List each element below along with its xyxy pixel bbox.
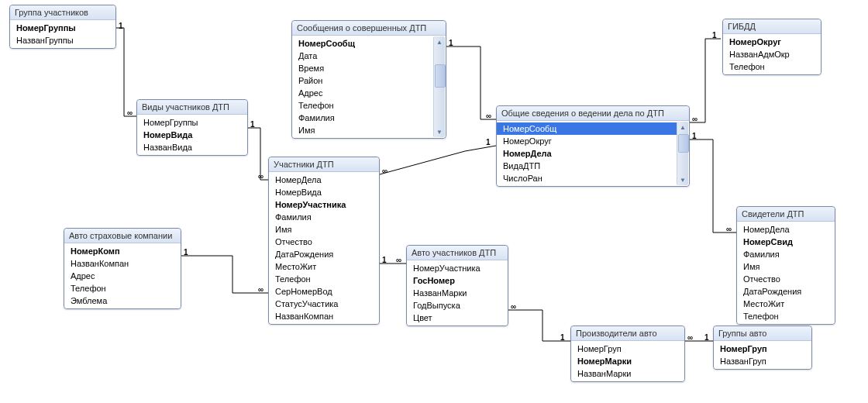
entity-obshchie-svedeniya[interactable]: Общие сведения о ведении дела по ДТП Ном…: [496, 105, 690, 187]
field[interactable]: Фамилия: [269, 211, 379, 223]
field[interactable]: Телефон: [737, 310, 835, 322]
scroll-thumb[interactable]: [435, 64, 446, 88]
cardinality-label: ∞: [510, 302, 517, 311]
cardinality-label: ∞: [395, 256, 402, 264]
field[interactable]: Адрес: [292, 87, 433, 99]
entity-svideteli[interactable]: Свидетели ДТП НомерДела НомерСвид Фамили…: [736, 206, 835, 325]
field[interactable]: Фамилия: [737, 248, 835, 260]
field[interactable]: НазванГруппы: [10, 34, 115, 46]
field[interactable]: НомерСообщ: [497, 122, 677, 135]
field[interactable]: Адрес: [64, 270, 181, 282]
cardinality-label: 1: [448, 39, 454, 47]
diagram-canvas[interactable]: 1 ∞ 1 ∞ 1 ∞ 1 ∞ ∞ 1 1 ∞ ∞ 1 ∞ 1 ∞ 1 1 ∞ …: [0, 0, 868, 403]
cardinality-label: ∞: [485, 112, 492, 120]
field[interactable]: НазванМарки: [407, 287, 508, 299]
field[interactable]: ГосНомер: [407, 274, 508, 287]
field[interactable]: НомерВида: [269, 186, 379, 198]
field[interactable]: Фамилия: [292, 112, 433, 124]
field[interactable]: Телефон: [64, 282, 181, 294]
entity-avto-uchastnikov[interactable]: Авто участников ДТП НомерУчастника ГосНо…: [406, 245, 508, 326]
field[interactable]: Телефон: [269, 273, 379, 285]
scroll-down-icon[interactable]: ▼: [434, 126, 445, 137]
field[interactable]: НазванАдмОкр: [723, 48, 821, 60]
entity-title[interactable]: Производители авто: [571, 326, 684, 341]
field[interactable]: НомерГруп: [571, 343, 684, 355]
entity-uchastniki-dtp[interactable]: Участники ДТП НомерДела НомерВида НомерУ…: [268, 157, 380, 325]
scroll-up-icon[interactable]: ▲: [677, 122, 688, 133]
field[interactable]: НазванМарки: [571, 367, 684, 380]
cardinality-label: ∞: [725, 225, 732, 233]
field[interactable]: НомерСвид: [737, 236, 835, 248]
field[interactable]: МестоЖит: [269, 260, 379, 273]
field[interactable]: Имя: [269, 223, 379, 236]
scrollbar[interactable]: ▲ ▼: [433, 36, 445, 137]
field[interactable]: МестоЖит: [737, 298, 835, 310]
field[interactable]: НомерУчастника: [269, 198, 379, 211]
entity-title[interactable]: ГИБДД: [723, 19, 821, 34]
entity-title[interactable]: Авто страховые компании: [64, 229, 181, 243]
scroll-thumb[interactable]: [678, 134, 689, 153]
field[interactable]: Дата: [292, 50, 433, 62]
field[interactable]: НазванГруп: [714, 355, 811, 367]
field[interactable]: НомерОкруг: [497, 135, 677, 147]
scrollbar[interactable]: ▲ ▼: [677, 122, 688, 185]
entity-title[interactable]: Виды участников ДТП: [137, 100, 247, 115]
entity-avto-strakhovye[interactable]: Авто страховые компании НомерКомп Назван…: [64, 228, 181, 309]
entity-soobshcheniya[interactable]: Сообщения о совершенных ДТП НомерСообщ Д…: [291, 20, 446, 139]
entity-gibdd[interactable]: ГИБДД НомерОкруг НазванАдмОкр Телефон: [722, 19, 822, 75]
entity-title[interactable]: Авто участников ДТП: [407, 246, 508, 260]
entity-title[interactable]: Группы авто: [714, 326, 811, 341]
cardinality-label: 1: [118, 22, 124, 30]
field[interactable]: НомерГруппы: [137, 116, 247, 129]
field[interactable]: НомерУчастника: [407, 262, 508, 274]
field[interactable]: Район: [292, 74, 433, 87]
entity-vidy-uchastnikov[interactable]: Виды участников ДТП НомерГруппы НомерВид…: [136, 99, 248, 156]
field[interactable]: НомерДела: [497, 147, 677, 160]
field[interactable]: НомерОкруг: [723, 36, 821, 48]
field[interactable]: Имя: [292, 124, 433, 136]
entity-title[interactable]: Сообщения о совершенных ДТП: [292, 21, 446, 36]
field[interactable]: СтатусУчастика: [269, 298, 379, 310]
field[interactable]: Эмблема: [64, 294, 181, 307]
entity-title[interactable]: Участники ДТП: [269, 157, 379, 172]
field[interactable]: НазванКомпан: [64, 257, 181, 270]
field[interactable]: ЧислоРан: [497, 172, 677, 184]
scroll-up-icon[interactable]: ▲: [434, 36, 445, 47]
cardinality-label: 1: [691, 132, 698, 140]
field[interactable]: Телефон: [723, 60, 821, 73]
field[interactable]: Отчество: [269, 236, 379, 248]
cardinality-label: 1: [485, 138, 491, 146]
entity-title[interactable]: Свидетели ДТП: [737, 207, 835, 222]
scroll-down-icon[interactable]: ▼: [677, 174, 688, 185]
field[interactable]: Телефон: [292, 99, 433, 112]
entity-gruppa-uchastnikov[interactable]: Группа участников НомерГруппы НазванГруп…: [9, 5, 116, 49]
entity-title[interactable]: Общие сведения о ведении дела по ДТП: [497, 106, 689, 121]
field[interactable]: НомерГруппы: [10, 22, 115, 34]
field[interactable]: НомерВида: [137, 129, 247, 141]
entity-proizvoditeli-avto[interactable]: Производители авто НомерГруп НомерМарки …: [570, 326, 685, 382]
field[interactable]: Отчество: [737, 273, 835, 285]
field[interactable]: НомерМарки: [571, 355, 684, 367]
cardinality-label: 1: [704, 333, 710, 342]
field[interactable]: ГодВыпуска: [407, 299, 508, 312]
field[interactable]: ДатаРождения: [737, 285, 835, 298]
cardinality-label: 1: [381, 256, 388, 264]
field[interactable]: ВидаДТП: [497, 160, 677, 172]
field[interactable]: НомерГруп: [714, 343, 811, 355]
field[interactable]: НомерДела: [737, 223, 835, 236]
entity-gruppy-avto[interactable]: Группы авто НомерГруп НазванГруп: [713, 326, 812, 370]
cardinality-label: 1: [711, 31, 718, 40]
field[interactable]: СерНомерВод: [269, 285, 379, 298]
field[interactable]: НазванВида: [137, 141, 247, 153]
field[interactable]: НомерДела: [269, 174, 379, 186]
field[interactable]: НомерКомп: [64, 245, 181, 257]
entity-title[interactable]: Группа участников: [10, 5, 115, 20]
field[interactable]: НомерСообщ: [292, 37, 433, 50]
field[interactable]: ДатаРождения: [269, 248, 379, 260]
cardinality-label: 1: [250, 120, 256, 129]
field[interactable]: Имя: [737, 260, 835, 273]
cardinality-label: ∞: [691, 115, 698, 123]
field[interactable]: Цвет: [407, 312, 508, 324]
field[interactable]: Время: [292, 62, 433, 74]
field[interactable]: НазванКомпан: [269, 310, 379, 322]
